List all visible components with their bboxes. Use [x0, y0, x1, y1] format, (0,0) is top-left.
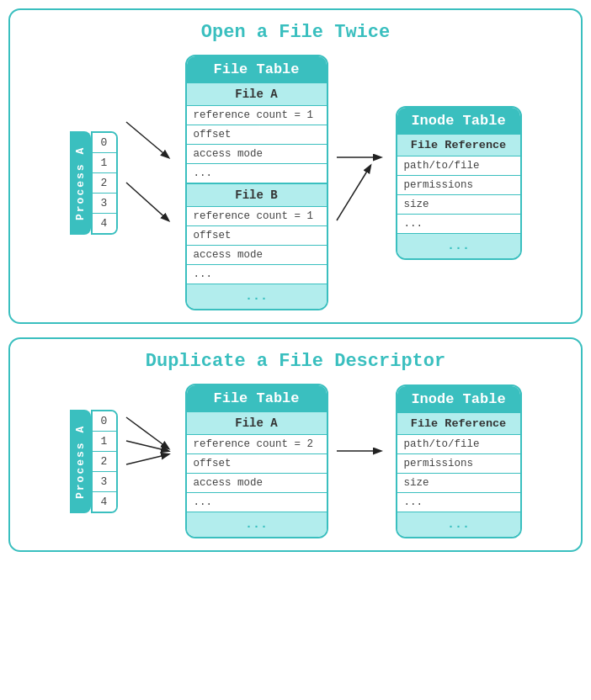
section2-inode-row0: path/to/file	[397, 435, 520, 454]
section1-file-a-row2: access mode	[187, 145, 327, 164]
section1-file-b-header: File B	[187, 183, 327, 207]
section2-file-table-dots: ...	[187, 512, 327, 537]
section2-inode-row1: permissions	[397, 454, 520, 474]
section1-inode-table: Inode Table File Reference path/to/file …	[396, 106, 522, 260]
section2-inode-dots: ...	[397, 512, 520, 537]
fd-cell-2: 2	[93, 173, 116, 194]
section1-file-a-header: File A	[187, 82, 327, 106]
section1-file-a-row0: reference count = 1	[187, 106, 327, 125]
section1-inode-row1: permissions	[397, 176, 520, 195]
section2-fd-list: 0 1 2 3 4	[91, 410, 118, 513]
section1-process-label: Process A	[70, 131, 91, 235]
section2-table-inode-arrow	[337, 394, 387, 528]
section2-process: Process A 0 1 2 3 4	[70, 410, 118, 513]
section2-fd-arrows	[126, 394, 177, 528]
section2-file-a-row3: ...	[187, 493, 327, 512]
section2-inode-row3: ...	[397, 493, 520, 512]
svg-line-0	[126, 122, 168, 157]
s2-fd-cell-0: 0	[93, 411, 116, 432]
section1-file-a-row3: ...	[187, 164, 327, 183]
s2-fd-cell-2: 2	[93, 452, 116, 472]
fd-cell-1: 1	[93, 153, 116, 173]
section1-table-inode-arrows	[337, 90, 387, 275]
section1-file-b-row2: access mode	[187, 246, 327, 265]
section1-fd-list: 0 1 2 3 4	[91, 131, 118, 235]
section1-box: Open a File Twice Process A 0 1 2 3 4	[8, 8, 583, 324]
s2-fd-cell-3: 3	[93, 472, 116, 492]
section2-file-a-row1: offset	[187, 454, 327, 474]
section2-box: Duplicate a File Descriptor Process A 0 …	[8, 337, 583, 552]
section1-file-b-row3: ...	[187, 265, 327, 284]
section1-inode-row2: size	[397, 195, 520, 215]
fd-cell-3: 3	[93, 194, 116, 214]
section1-inode-dots: ...	[397, 234, 520, 258]
section1-inode-table-title: Inode Table	[397, 108, 520, 134]
section1-inode-row3: ...	[397, 215, 520, 234]
section2-file-table-title: File Table	[187, 385, 327, 411]
section1-fd-arrows	[126, 90, 177, 275]
section1-file-b-row1: offset	[187, 226, 327, 246]
section1-inode-row0: path/to/file	[397, 156, 520, 176]
fd-cell-0: 0	[93, 133, 116, 153]
section1-file-table-title: File Table	[187, 56, 327, 82]
section1-inode-file-ref-header: File Reference	[397, 134, 520, 156]
section2-file-table: File Table File A reference count = 2 of…	[185, 384, 328, 538]
section2-inode-table-title: Inode Table	[397, 386, 520, 412]
section1-diagram: Process A 0 1 2 3 4	[19, 55, 572, 310]
section1-file-table: File Table File A reference count = 1 of…	[185, 55, 328, 310]
section2-file-a-row0: reference count = 2	[187, 435, 327, 454]
section2-inode-file-ref-header: File Reference	[397, 412, 520, 435]
s2-fd-cell-1: 1	[93, 432, 116, 452]
section1-file-a-row1: offset	[187, 125, 327, 145]
section1-file-table-dots: ...	[187, 284, 327, 309]
section2-inode-table: Inode Table File Reference path/to/file …	[396, 384, 522, 538]
svg-line-6	[126, 454, 168, 464]
section2-file-a-header: File A	[187, 411, 327, 435]
main-container: Open a File Twice Process A 0 1 2 3 4	[8, 8, 583, 552]
section2-diagram: Process A 0 1 2 3 4	[19, 384, 572, 538]
svg-line-5	[126, 441, 168, 451]
section2-title: Duplicate a File Descriptor	[19, 351, 572, 372]
section2-process-label: Process A	[70, 410, 91, 513]
section2-inode-row2: size	[397, 474, 520, 493]
section1-file-b-row0: reference count = 1	[187, 207, 327, 226]
section1-title: Open a File Twice	[19, 22, 572, 43]
svg-line-1	[126, 183, 168, 220]
svg-line-4	[126, 417, 168, 448]
s2-fd-cell-4: 4	[93, 492, 116, 512]
fd-cell-4: 4	[93, 214, 116, 233]
svg-line-3	[337, 166, 370, 220]
section2-file-a-row2: access mode	[187, 474, 327, 493]
section1-process: Process A 0 1 2 3 4	[70, 131, 118, 235]
